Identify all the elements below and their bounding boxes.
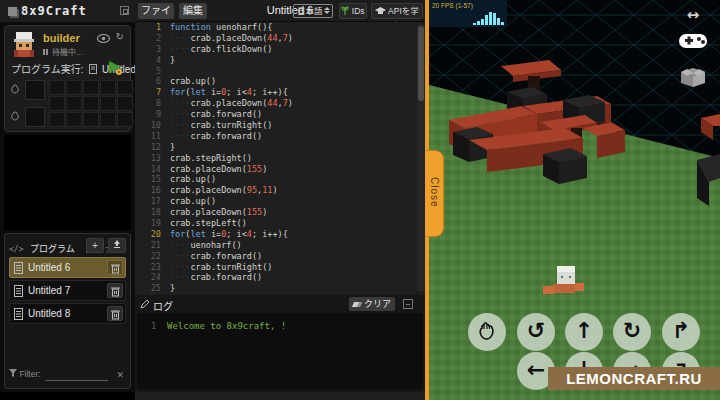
inventory-slot[interactable]: [117, 112, 133, 127]
program-item[interactable]: Untitled 7: [9, 280, 126, 301]
inventory-slot[interactable]: [49, 80, 65, 95]
inventory-slot[interactable]: [83, 112, 99, 127]
watermark-text: LEMONCRAFT.RU: [566, 370, 702, 387]
inventory-slot[interactable]: [66, 96, 82, 111]
code-line: 18crab.placeDown(155): [135, 207, 425, 218]
code-tab-icon: </>: [9, 245, 23, 254]
delete-program-button[interactable]: [107, 260, 123, 275]
code-line: 11····crab.forward(): [135, 131, 425, 142]
program-name: Untitled 6: [28, 262, 70, 273]
control-rotate-ccw-button[interactable]: ↺: [517, 313, 555, 351]
fps-counter: 20 FPS (1-57): [432, 2, 473, 9]
gamepad-icon[interactable]: [678, 30, 708, 52]
language-select[interactable]: 日本語: [293, 4, 333, 18]
upload-program-button[interactable]: [108, 238, 126, 253]
delete-program-button[interactable]: [107, 283, 123, 298]
code-line: 24····crab.forward(): [135, 272, 425, 283]
character-panel: builder 待機中... ↻ プログラム実行: Untitled 6: [4, 25, 131, 132]
menu-file-button[interactable]: ファイル: [138, 3, 174, 19]
filter-clear-icon[interactable]: ✕: [116, 370, 124, 380]
select-caret-icon: [324, 7, 330, 14]
sidebar-header: 8x9Craft: [0, 0, 135, 22]
inventory-slot[interactable]: [49, 96, 65, 111]
code-line: 3····crab.flickDown(): [135, 44, 425, 55]
code-line: 9····crab.forward(): [135, 109, 425, 120]
code-line: 25}: [135, 283, 425, 294]
inventory-slot[interactable]: [83, 96, 99, 111]
close-label: Close: [429, 177, 440, 208]
inventory-slot[interactable]: [100, 80, 116, 95]
inventory-slot[interactable]: [83, 80, 99, 95]
inventory-slot[interactable]: [49, 112, 65, 127]
sidebar: 8x9Craft builder 待機中...: [0, 0, 135, 400]
add-program-button[interactable]: +: [86, 238, 104, 253]
code-line: 6crab.up(): [135, 76, 425, 87]
game-viewport[interactable]: 20 FPS (1-57) ↔ Close ↺↑↻↱←↓→↴ L: [425, 0, 720, 400]
refresh-icon[interactable]: ↻: [116, 31, 124, 42]
document-icon: [89, 64, 97, 74]
code-line: 22····crab.forward(): [135, 251, 425, 262]
code-line: 15crab.up(): [135, 174, 425, 185]
trash-icon: [111, 286, 120, 297]
code-line: 21····uenoharf(): [135, 240, 425, 251]
log-pencil-icon: [140, 299, 150, 309]
inventory-slot[interactable]: [100, 112, 116, 127]
control-up-button[interactable]: ↑: [565, 313, 603, 351]
code-line: 8····crab.placeDown(44,7): [135, 98, 425, 109]
program-item[interactable]: Untitled 6: [9, 257, 126, 278]
filter-label: Filter:: [19, 369, 40, 379]
resize-horizontal-icon[interactable]: ↔: [676, 6, 710, 24]
program-name: Untitled 7: [28, 285, 70, 296]
inventory-slot[interactable]: [100, 96, 116, 111]
program-list: Untitled 6Untitled 7Untitled 8: [9, 257, 126, 326]
run-play-flag-button[interactable]: [106, 59, 124, 77]
hand-slot-2[interactable]: [25, 107, 45, 127]
control-hand-button[interactable]: [468, 313, 506, 351]
learn-api-button[interactable]: APIを学ぶ: [371, 3, 423, 19]
graduation-cap-icon: [375, 7, 386, 15]
code-line: 7for(let i=0; i<4; i++){: [135, 87, 425, 98]
inventory-grid: [49, 80, 133, 127]
hand-slot-1[interactable]: [25, 80, 45, 100]
code-line: 13crab.stepRight(): [135, 153, 425, 164]
trash-icon: [111, 309, 120, 320]
character-status: 待機中...: [43, 46, 83, 57]
log-clear-button[interactable]: クリア: [349, 297, 395, 311]
program-item[interactable]: Untitled 8: [9, 303, 126, 324]
close-panel-tab[interactable]: Close: [425, 150, 444, 237]
tab-programs[interactable]: プログラム: [30, 244, 75, 254]
ids-button[interactable]: IDs: [339, 3, 367, 19]
filter-funnel-icon: [9, 369, 17, 378]
code-line: 10····crab.turnRight(): [135, 120, 425, 131]
run-program-row: プログラム実行: Untitled 6: [11, 61, 126, 77]
filter-input[interactable]: [45, 371, 108, 381]
inventory: [9, 80, 126, 127]
upload-icon: [112, 239, 122, 249]
window-restore-icon[interactable]: [120, 6, 129, 15]
document-title: Untitled 6: [225, 4, 355, 16]
code-line: 20for(let i=0; i<4; i++){: [135, 229, 425, 240]
visibility-eye-icon[interactable]: [97, 34, 110, 43]
program-panel: </> プログラム ファイル + Untitled 6Untitled 7Unt…: [4, 233, 131, 389]
character-name: builder: [43, 32, 80, 44]
control-rotate-cw-button[interactable]: ↻: [613, 313, 651, 351]
inventory-box-icon[interactable]: [679, 64, 707, 88]
menu-edit-button[interactable]: 編集: [179, 3, 207, 19]
log-collapse-icon[interactable]: [403, 299, 413, 309]
code-line: 1function uenoharf(){: [135, 22, 425, 33]
code-editor[interactable]: 1function uenoharf(){2····crab.placeDown…: [135, 22, 425, 295]
inventory-slot[interactable]: [117, 80, 133, 95]
inventory-slot[interactable]: [66, 80, 82, 95]
watermark-banner: LEMONCRAFT.RU: [548, 367, 720, 390]
game-toolbar: ↔: [676, 6, 710, 92]
control-turn-up-button[interactable]: ↱: [662, 313, 700, 351]
inventory-slot[interactable]: [117, 96, 133, 111]
code-line: 16crab.placeDown(95,11): [135, 185, 425, 196]
hand-slot-icon: [9, 83, 22, 96]
run-label: プログラム実行:: [11, 64, 83, 75]
document-icon: [14, 285, 23, 297]
log-panel: ログ クリア 1Welcome to 8x9craft, !: [135, 295, 425, 392]
log-header: ログ クリア: [135, 295, 425, 313]
inventory-slot[interactable]: [66, 112, 82, 127]
delete-program-button[interactable]: [107, 306, 123, 321]
